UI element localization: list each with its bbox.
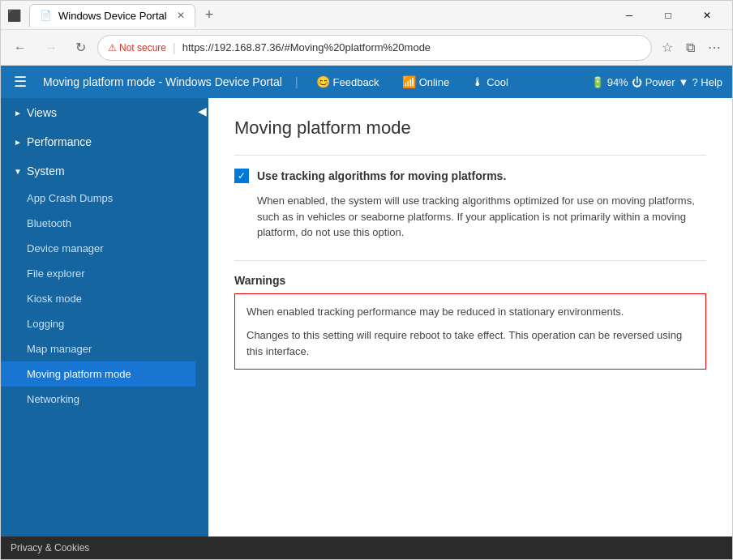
power-button[interactable]: ⏻ Power ▼ xyxy=(632,76,689,88)
cool-label: Cool xyxy=(487,76,508,88)
performance-arrow-icon: ► xyxy=(14,138,22,147)
sidebar-item-app-crash-dumps[interactable]: App Crash Dumps xyxy=(1,186,195,211)
help-button[interactable]: ? Help xyxy=(692,76,722,88)
battery-icon: 🔋 xyxy=(591,76,604,88)
warning-icon: ⚠ xyxy=(108,42,117,53)
back-button[interactable]: ← xyxy=(7,37,33,58)
privacy-link[interactable]: Privacy & Cookies xyxy=(11,542,89,554)
minimize-button[interactable]: ─ xyxy=(611,3,648,28)
tab-close-button[interactable]: ✕ xyxy=(177,10,185,21)
window-controls: ─ □ ✕ xyxy=(611,3,726,28)
reload-button[interactable]: ↻ xyxy=(69,36,92,58)
sidebar-item-performance[interactable]: ► Performance xyxy=(1,127,195,156)
main-layout: ► Views ► Performance ▼ System App Crash… xyxy=(1,98,732,536)
power-arrow-icon: ▼ xyxy=(679,76,689,88)
tracking-description: When enabled, the system will use tracki… xyxy=(257,193,706,241)
tracking-checkbox-label: Use tracking algorithms for moving platf… xyxy=(257,169,506,182)
sidebar-item-kiosk-mode[interactable]: Kiosk mode xyxy=(1,286,195,311)
tracking-section: ✓ Use tracking algorithms for moving pla… xyxy=(234,169,706,241)
system-subsection: App Crash Dumps Bluetooth Device manager… xyxy=(1,186,195,412)
warnings-title: Warnings xyxy=(234,274,706,287)
sidebar: ► Views ► Performance ▼ System App Crash… xyxy=(1,98,195,536)
feedback-icon: 😊 xyxy=(316,75,330,88)
sidebar-item-system[interactable]: ▼ System xyxy=(1,156,195,186)
page-title: Moving platform mode xyxy=(234,118,706,139)
hamburger-button[interactable]: ☰ xyxy=(11,70,30,94)
toolbar-title: Moving platform mode - Windows Device Po… xyxy=(43,75,282,88)
sidebar-performance-label: Performance xyxy=(27,135,92,148)
collapse-icon: ◀ xyxy=(198,105,207,118)
warning-box: When enabled tracking performance may be… xyxy=(234,293,706,370)
forward-button[interactable]: → xyxy=(38,37,64,58)
sidebar-item-file-explorer[interactable]: File explorer xyxy=(1,261,195,286)
maximize-button[interactable]: □ xyxy=(649,3,687,28)
new-tab-button[interactable]: + xyxy=(200,5,219,25)
sidebar-item-views[interactable]: ► Views xyxy=(1,98,195,127)
tab-favicon: 📄 xyxy=(40,10,52,21)
favorites-button[interactable]: ☆ xyxy=(657,36,678,58)
address-separator: | xyxy=(173,41,176,54)
title-divider xyxy=(234,155,706,156)
sidebar-item-map-manager[interactable]: Map manager xyxy=(1,336,195,361)
online-label: Online xyxy=(419,76,450,88)
address-text: https://192.168.87.36/#Moving%20platform… xyxy=(182,41,431,53)
checkmark-icon: ✓ xyxy=(238,170,246,182)
address-bar[interactable]: ⚠ Not secure | https://192.168.87.36/#Mo… xyxy=(97,35,652,61)
toolbar-right: 🔋 94% ⏻ Power ▼ ? Help xyxy=(591,76,722,88)
sidebar-item-logging[interactable]: Logging xyxy=(1,311,195,336)
views-arrow-icon: ► xyxy=(14,109,22,118)
sidebar-item-device-manager[interactable]: Device manager xyxy=(1,236,195,261)
feedback-label: Feedback xyxy=(333,76,379,88)
tab-title: Windows Device Portal xyxy=(58,10,167,22)
sidebar-wrapper: ► Views ► Performance ▼ System App Crash… xyxy=(1,98,208,536)
sidebar-views-label: Views xyxy=(27,106,57,119)
not-secure-indicator: ⚠ Not secure xyxy=(108,42,166,53)
warnings-section: Warnings When enabled tracking performan… xyxy=(234,260,706,370)
online-icon: 📶 xyxy=(402,75,416,88)
warning-line-2: Changes to this setting will require reb… xyxy=(246,327,694,359)
tab-area: ⬛ 📄 Windows Device Portal ✕ + xyxy=(7,4,218,27)
help-label: ? Help xyxy=(692,76,722,88)
content-area: Moving platform mode ✓ Use tracking algo… xyxy=(208,98,732,536)
sidebar-system-label: System xyxy=(27,165,65,177)
browser-icon: ⬛ xyxy=(7,9,21,22)
warning-line-1: When enabled tracking performance may be… xyxy=(246,304,694,320)
nav-icons: ☆ ⧉ ⋯ xyxy=(657,36,726,58)
online-indicator: 📶 Online xyxy=(397,72,455,92)
thermometer-icon: 🌡 xyxy=(472,75,483,88)
toolbar-separator: | xyxy=(295,75,298,88)
sidebar-item-bluetooth[interactable]: Bluetooth xyxy=(1,211,195,236)
nav-bar: ← → ↻ ⚠ Not secure | https://192.168.87.… xyxy=(1,30,732,66)
power-label: Power xyxy=(645,76,675,88)
collections-button[interactable]: ⧉ xyxy=(681,36,700,58)
close-button[interactable]: ✕ xyxy=(688,3,726,28)
feedback-button[interactable]: 😊 Feedback xyxy=(311,72,384,92)
temperature-indicator: 🌡 Cool xyxy=(467,72,513,92)
battery-indicator: 🔋 94% xyxy=(591,76,628,88)
battery-percent: 94% xyxy=(607,76,628,88)
app-toolbar: ☰ Moving platform mode - Windows Device … xyxy=(1,66,732,98)
more-button[interactable]: ⋯ xyxy=(703,36,726,58)
warnings-divider xyxy=(234,260,706,261)
system-arrow-icon: ▼ xyxy=(14,167,22,176)
tracking-checkbox-row: ✓ Use tracking algorithms for moving pla… xyxy=(234,169,706,183)
sidebar-collapse-button[interactable]: ◀ xyxy=(195,98,208,536)
tracking-checkbox[interactable]: ✓ xyxy=(234,169,249,183)
privacy-bar: Privacy & Cookies xyxy=(1,536,732,559)
power-icon: ⏻ xyxy=(632,76,642,88)
active-tab[interactable]: 📄 Windows Device Portal ✕ xyxy=(29,4,195,27)
title-bar: ⬛ 📄 Windows Device Portal ✕ + ─ □ ✕ xyxy=(1,1,732,30)
sidebar-item-moving-platform-mode[interactable]: Moving platform mode xyxy=(1,361,195,387)
sidebar-item-networking[interactable]: Networking xyxy=(1,387,195,412)
